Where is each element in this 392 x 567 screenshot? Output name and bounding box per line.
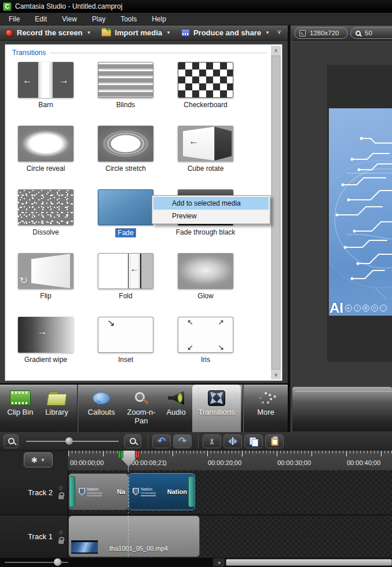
redo-button[interactable]: ↷ <box>173 434 192 448</box>
transition-thumb-circle-stretch[interactable] <box>98 126 153 162</box>
transition-label[interactable]: Flip <box>5 292 86 300</box>
tab-zoomnpan[interactable]: Zoom-n-Pan <box>123 385 160 432</box>
timeline-zoom-slider[interactable] <box>26 441 119 442</box>
transition-thumb-checkerboard[interactable] <box>178 62 233 98</box>
scroll-down-icon[interactable]: ∨ <box>271 370 281 379</box>
zoom-in-button[interactable] <box>124 434 141 448</box>
menu-edit[interactable]: Edit <box>27 13 54 25</box>
transition-label[interactable]: Fade through black <box>165 228 246 236</box>
transition-gradient-wipe[interactable]: →Gradient wipe <box>18 317 74 364</box>
import-media-button[interactable]: Import media ▼ <box>96 25 176 40</box>
image-clip-1[interactable]: Nation University Na <box>68 473 129 510</box>
transition-label[interactable]: Cube rotate <box>165 164 246 173</box>
transition-dissolve[interactable]: Dissolve <box>18 189 74 236</box>
transition-iris[interactable]: ↖↗↙↘Iris <box>178 317 233 364</box>
transition-glow[interactable]: Glow <box>178 253 233 300</box>
tab-clipbin[interactable]: Clip Bin <box>2 385 38 432</box>
menu-play[interactable]: Play <box>85 13 113 25</box>
menu-file[interactable]: File <box>1 13 27 25</box>
trim-handle-left[interactable] <box>69 476 75 507</box>
timeline-ruler[interactable]: ✱ ▼ 00:00:00;0000:00:08;21)00:00:20;0000… <box>0 451 392 470</box>
track-options-button[interactable]: ✱ ▼ <box>24 452 53 467</box>
scroll-left-icon[interactable]: ◂ <box>213 558 225 566</box>
tab-audio[interactable]: Audio <box>160 385 192 432</box>
transition-thumb-glow[interactable] <box>178 253 233 289</box>
context-menu-item-add-to-selected-media[interactable]: Add to selected media <box>153 197 269 210</box>
transition-label[interactable]: Fold <box>85 292 166 300</box>
lock-icon[interactable] <box>58 495 64 499</box>
produce-share-button[interactable]: Produce and share ▼ <box>176 25 275 40</box>
dimensions-button[interactable]: 1280x720 <box>294 27 348 39</box>
ruler-strip[interactable]: 00:00:00;0000:00:08;21)00:00:20;0000:00:… <box>68 451 392 470</box>
playhead-line[interactable] <box>128 470 129 558</box>
transition-thumb-inset[interactable]: ↘ <box>98 317 153 353</box>
copy-button[interactable] <box>244 434 263 448</box>
tab-library[interactable]: Library <box>38 385 75 432</box>
toolbar-overflow-chevron-icon[interactable]: ▾ <box>277 31 281 35</box>
tab-transitions[interactable]: Transitions <box>192 385 241 432</box>
track2-header[interactable]: Track 2 ◇ <box>0 470 68 514</box>
transition-label[interactable]: Checkerboard <box>165 101 246 109</box>
transition-barn[interactable]: ←→Barn <box>18 62 74 109</box>
zoom-out-button[interactable] <box>3 434 19 448</box>
transition-thumb-blinds[interactable] <box>98 62 153 98</box>
image-clip-2-selected[interactable]: Nation University Nation <box>129 473 195 510</box>
diamond-icon[interactable]: ◇ <box>59 530 63 535</box>
transition-circle-stretch[interactable]: Circle stretch <box>98 126 153 173</box>
transition-thumb-gradient-wipe[interactable]: → <box>18 317 74 353</box>
selection-out-marker[interactable] <box>135 451 140 458</box>
scrollbar-thumb[interactable] <box>272 56 280 370</box>
menu-tools[interactable]: Tools <box>113 13 144 25</box>
cut-button[interactable]: ✂ <box>203 434 221 448</box>
selection-in-marker[interactable] <box>118 451 123 458</box>
video-clip[interactable]: tha1001_05_00.mp4 <box>68 515 200 557</box>
transition-label[interactable]: Inset <box>85 356 166 364</box>
transition-thumb-fold[interactable]: ← <box>98 253 153 289</box>
transition-thumb-cube-rotate[interactable]: ← <box>178 126 233 162</box>
record-screen-button[interactable]: Record the screen ▼ <box>0 25 96 40</box>
scroll-up-icon[interactable]: ∧ <box>271 46 281 55</box>
context-menu-item-preview[interactable]: Preview <box>153 210 269 222</box>
transition-thumb-flip[interactable]: ↻ <box>18 253 74 289</box>
transition-label[interactable]: Circle reveal <box>5 164 86 173</box>
track1-header[interactable]: Track 1 ◇ <box>0 515 68 558</box>
playhead-stub <box>128 466 129 470</box>
transition-label[interactable]: Iris <box>165 356 246 364</box>
logo-line2: University <box>87 491 102 495</box>
transition-label[interactable]: Gradient wipe <box>5 356 86 364</box>
transition-label[interactable]: Glow <box>165 292 246 300</box>
transition-cube-rotate[interactable]: ←Cube rotate <box>178 126 233 173</box>
transition-label[interactable]: Circle stretch <box>85 164 166 173</box>
transition-label[interactable]: Barn <box>5 101 86 109</box>
trim-handle-right[interactable] <box>188 476 195 507</box>
menu-help[interactable]: Help <box>144 13 174 25</box>
transition-label[interactable]: Fade <box>85 228 166 237</box>
tab-callouts[interactable]: Callouts <box>80 385 123 432</box>
transition-thumb-circle-reveal[interactable] <box>18 126 74 162</box>
transition-flip[interactable]: ↻Flip <box>18 253 74 300</box>
split-button[interactable] <box>224 434 242 448</box>
transition-label[interactable]: Blinds <box>85 101 166 109</box>
transition-fade[interactable]: Fade <box>98 189 153 237</box>
transition-inset[interactable]: ↘Inset <box>98 317 153 364</box>
transition-circle-reveal[interactable]: Circle reveal <box>18 126 74 173</box>
horizontal-scrollbar-thumb[interactable] <box>226 559 392 566</box>
panel-scrollbar[interactable]: ∧ ∨ <box>271 46 281 379</box>
transition-thumb-barn[interactable]: ←→ <box>18 62 74 98</box>
menu-view[interactable]: View <box>54 13 85 25</box>
transition-thumb-dissolve[interactable] <box>18 189 74 225</box>
transition-thumb-iris[interactable]: ↖↗↙↘ <box>178 317 233 353</box>
transition-fold[interactable]: ←Fold <box>98 253 153 300</box>
transition-thumb-fade[interactable] <box>98 189 153 225</box>
tab-more[interactable]: More <box>246 385 286 432</box>
diamond-icon[interactable]: ◇ <box>59 485 63 491</box>
undo-button[interactable]: ↶ <box>152 434 171 448</box>
track-height-slider-thumb[interactable] <box>54 558 61 566</box>
lock-icon[interactable] <box>58 540 64 544</box>
transition-checkerboard[interactable]: Checkerboard <box>178 62 233 109</box>
transition-label[interactable]: Dissolve <box>5 228 86 236</box>
paste-button[interactable] <box>265 434 284 448</box>
zoom-slider-thumb[interactable] <box>65 437 73 445</box>
preview-zoom-button[interactable]: 50 <box>350 27 392 39</box>
transition-blinds[interactable]: Blinds <box>98 62 153 109</box>
